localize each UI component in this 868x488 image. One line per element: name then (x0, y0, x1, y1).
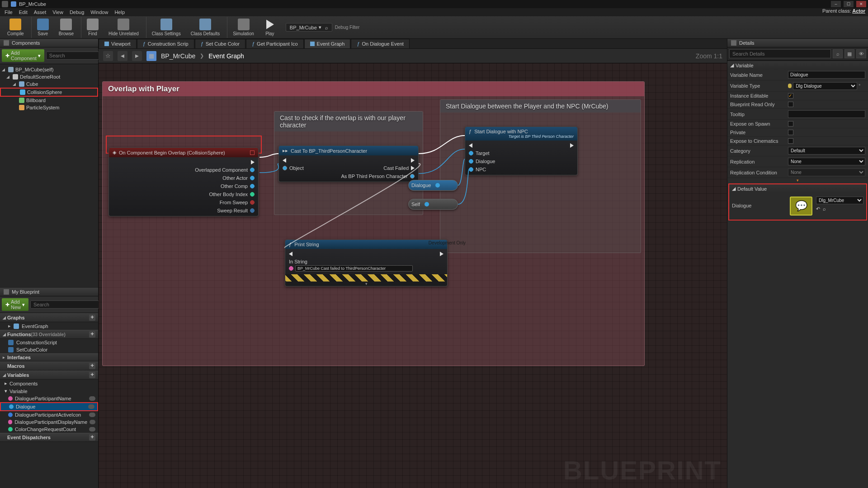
add-macro-button[interactable]: + (89, 363, 95, 369)
eventgraph-item[interactable]: ▸EventGraph (0, 322, 98, 330)
component-item[interactable]: CollisionSphere (0, 88, 98, 97)
var-node-dialogue[interactable]: Dialogue (408, 180, 458, 191)
menu-debug[interactable]: Debug (70, 9, 84, 15)
pin-output[interactable]: Sweep Result (217, 208, 255, 213)
pin-output[interactable]: Other Body Index (209, 192, 255, 197)
expand-icon[interactable]: ▾ (727, 178, 868, 183)
replication-cond-dropdown[interactable]: None (788, 169, 865, 176)
details-search-input[interactable] (729, 49, 831, 58)
add-component-button[interactable]: ✚ Add Component ▾ (2, 49, 44, 62)
node-cast[interactable]: ▸▸Cast To BP_ThirdPersonCharacter Object… (278, 145, 419, 182)
variable-type-dropdown[interactable]: Dlg Dialogue (793, 82, 857, 90)
section-variables[interactable]: ◢Variables+ (0, 371, 98, 380)
simulation-button[interactable]: Simulation (227, 17, 259, 38)
component-item[interactable]: ParticleSystem (0, 104, 98, 111)
comment-startdlg[interactable]: Start Dialogue between the Player and th… (440, 99, 641, 253)
crumb-leaf[interactable]: Event Graph (208, 52, 244, 60)
section-macros[interactable]: Macros+ (0, 361, 98, 371)
eye-icon[interactable] (89, 427, 95, 432)
play-button[interactable]: Play (259, 17, 280, 38)
pin-exec-out[interactable] (251, 160, 255, 164)
save-button[interactable]: Save (31, 17, 53, 38)
section-functions[interactable]: ◢Functions (33 Overridable)+ (0, 330, 98, 339)
section-graphs[interactable]: ◢Graphs+ (0, 313, 98, 322)
hide-unrelated-button[interactable]: Hide Unrelated (104, 17, 143, 38)
read-only-checkbox[interactable] (788, 102, 793, 107)
debug-target-dropdown[interactable]: BP_MrCube▾⌕ (286, 23, 332, 32)
class-defaults-button[interactable]: Class Defaults (186, 17, 224, 38)
window-min-button[interactable]: – (831, 1, 841, 7)
editor-tab[interactable]: ƒConstruction Scrip (137, 39, 194, 48)
section-dispatchers[interactable]: Event Dispatchers+ (0, 433, 98, 442)
view-options-button[interactable]: 👁 (856, 49, 866, 58)
add-function-button[interactable]: + (89, 331, 95, 338)
cinematics-checkbox[interactable] (788, 138, 793, 144)
add-dispatcher-button[interactable]: + (89, 434, 95, 441)
window-close-button[interactable]: ✕ (856, 1, 866, 7)
private-checkbox[interactable] (788, 130, 793, 135)
menu-window[interactable]: Window (90, 9, 108, 15)
tooltip-input[interactable] (788, 110, 865, 118)
parent-class-link[interactable]: Actor (852, 8, 865, 14)
variable-item[interactable]: DialogueParticipantDisplayName (0, 418, 98, 426)
compile-button[interactable]: Compile (3, 17, 28, 38)
dialogue-asset-dropdown[interactable]: Dlg_MrCube (816, 197, 863, 204)
add-graph-button[interactable]: + (89, 314, 95, 321)
instance-editable-checkbox[interactable] (788, 93, 793, 99)
pin-object-in[interactable]: Object (283, 165, 304, 171)
expand-icon[interactable]: ▾ (285, 282, 447, 286)
pin-output[interactable]: Other Actor (222, 175, 255, 181)
eye-icon[interactable] (89, 396, 95, 401)
replication-dropdown[interactable]: None (788, 158, 865, 165)
browse-button[interactable]: Browse (54, 17, 78, 38)
var-node-self[interactable]: Self (408, 199, 458, 210)
component-item[interactable]: ◢Cube (0, 80, 98, 88)
pin-output[interactable]: Overlapped Component (195, 167, 255, 173)
node-begin-overlap[interactable]: ◈On Component Begin Overlap (CollisionSp… (108, 147, 259, 216)
pin-exec-in[interactable] (469, 143, 495, 148)
editor-tab[interactable]: ƒSet Cube Color (195, 39, 245, 48)
node-start-dialogue[interactable]: ƒStart Dialogue with NPC Target is BP Th… (465, 127, 578, 175)
nav-fwd-button[interactable]: ► (132, 51, 142, 61)
eye-icon[interactable] (90, 420, 95, 424)
menu-view[interactable]: View (52, 9, 63, 15)
node-print-string[interactable]: ƒPrint String In String Development Only (285, 239, 448, 286)
variable-item[interactable]: DialogueParticipantName (0, 395, 98, 402)
dialogue-asset-thumbnail[interactable]: 💬 (790, 197, 812, 216)
section-default-value[interactable]: ◢Default Value (729, 184, 866, 193)
eye-icon[interactable] (89, 413, 95, 417)
menu-file[interactable]: File (5, 9, 13, 15)
pin-output[interactable]: From Sweep (220, 200, 255, 205)
event-graph-canvas[interactable]: Overlap with Player Cast to check if the… (99, 63, 727, 488)
menu-asset[interactable]: Asset (34, 9, 47, 15)
editor-tab[interactable]: ƒOn Dialogue Event (351, 39, 409, 48)
variable-item[interactable]: DialogueParticipantActiveIcon (0, 411, 98, 418)
menu-help[interactable]: Help (114, 9, 125, 15)
editor-tab[interactable]: ƒGet Participant Ico (246, 39, 304, 48)
container-type-button[interactable]: ◦ (859, 82, 865, 90)
menu-edit[interactable]: Edit (19, 9, 28, 15)
function-item[interactable]: SetCubeColor (0, 346, 98, 353)
pin-output[interactable]: Other Comp (221, 183, 255, 189)
var-category[interactable]: ▸Components (0, 380, 98, 387)
find-button[interactable]: Find (81, 17, 103, 38)
category-dropdown[interactable]: Default (788, 147, 865, 155)
component-item[interactable]: ◢DefaultSceneRoot (0, 73, 98, 80)
variable-name-input[interactable] (788, 71, 865, 79)
pin-exec-out[interactable] (440, 252, 443, 256)
add-variable-button[interactable]: + (89, 372, 95, 378)
pin-as-character[interactable]: As BP Third Person Character (341, 174, 415, 179)
pin-exec-out[interactable] (411, 158, 415, 163)
add-new-button[interactable]: ✚ Add New ▾ (2, 298, 28, 311)
var-category[interactable]: ▾Variable (0, 387, 98, 395)
pin-castfailed[interactable]: Cast Failed (383, 165, 415, 171)
section-interfaces[interactable]: ▸Interfaces (0, 353, 98, 361)
editor-tab[interactable]: Event Graph (304, 39, 351, 48)
pin-input[interactable]: Target (469, 150, 495, 156)
pin-exec-out[interactable] (570, 143, 574, 148)
nav-back-button[interactable]: ◄ (118, 51, 127, 61)
pin-in-string[interactable]: In String (289, 259, 413, 272)
in-string-value[interactable] (295, 265, 413, 272)
pin-input[interactable]: NPC (469, 167, 495, 172)
use-selected-button[interactable]: ↶ (816, 206, 820, 212)
